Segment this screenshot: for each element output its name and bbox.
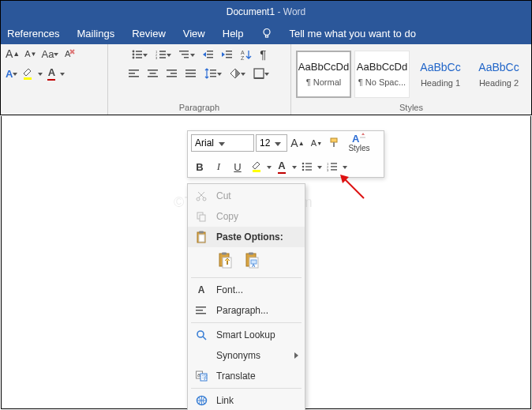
ctx-synonyms[interactable]: Synonyms (188, 345, 305, 366)
multilevel-list-button[interactable] (179, 48, 195, 60)
svg-rect-36 (185, 73, 196, 74)
tab-review[interactable]: Review (132, 28, 166, 39)
paste-keep-source-button[interactable] (216, 250, 235, 271)
svg-rect-12 (159, 54, 166, 55)
mini-numbering-dropdown[interactable] (343, 160, 347, 174)
mini-highlight-button[interactable] (248, 158, 265, 175)
tab-mailings[interactable]: Mailings (77, 28, 114, 39)
svg-rect-15 (179, 51, 189, 52)
svg-rect-20 (207, 57, 213, 58)
svg-rect-65 (199, 235, 204, 242)
svg-rect-14 (159, 57, 166, 58)
numbering-button[interactable]: 123 (155, 48, 171, 60)
svg-rect-56 (331, 166, 337, 167)
svg-rect-6 (136, 54, 142, 55)
scissors-icon (194, 189, 208, 203)
shrink-font-button[interactable]: A▼ (24, 49, 36, 58)
svg-rect-21 (226, 51, 232, 52)
svg-rect-46 (360, 137, 365, 138)
svg-rect-34 (167, 76, 177, 77)
svg-rect-31 (148, 76, 158, 77)
mini-font-select[interactable]: Arial (191, 134, 254, 152)
clipboard-icon (194, 230, 208, 244)
title-separator: - (275, 6, 283, 17)
paste-keep-text-button[interactable]: A (243, 250, 262, 271)
grow-font-button[interactable]: A▲ (6, 47, 20, 60)
svg-point-47 (302, 163, 305, 165)
svg-rect-28 (129, 76, 139, 77)
tab-view[interactable]: View (183, 28, 205, 39)
highlight-button[interactable] (22, 67, 33, 80)
svg-point-0 (264, 29, 270, 36)
ctx-cut[interactable]: Cut (188, 186, 305, 206)
ribbon-group-font: A▲ A▼ Aa A A A (1, 44, 108, 115)
tab-references[interactable]: References (7, 28, 59, 39)
mini-font-color-dropdown[interactable] (292, 160, 297, 174)
svg-rect-37 (185, 76, 196, 77)
justify-button[interactable] (185, 69, 197, 78)
shading-button[interactable] (230, 67, 245, 79)
svg-rect-75 (196, 307, 206, 308)
svg-text:a: a (197, 372, 200, 378)
sort-button[interactable]: AZ (241, 49, 252, 60)
increase-indent-button[interactable] (222, 50, 233, 59)
copy-icon (194, 209, 208, 224)
ctx-paragraph[interactable]: Paragraph... (188, 300, 305, 321)
ctx-separator-3 (191, 388, 302, 389)
highlight-dropdown[interactable] (38, 66, 43, 81)
styles-group-label: Styles (291, 100, 531, 115)
svg-rect-54 (331, 163, 337, 164)
tab-help[interactable]: Help (223, 28, 244, 39)
ctx-smart-lookup[interactable]: Smart Lookup (188, 325, 305, 345)
mini-bullets-dropdown[interactable] (317, 160, 322, 174)
paragraph-icon (194, 303, 208, 318)
ctx-link[interactable]: Link (188, 390, 305, 410)
mini-shrink-font-button[interactable]: A▼ (308, 134, 325, 152)
bullets-button[interactable] (132, 48, 148, 60)
align-left-button[interactable] (129, 69, 140, 78)
style-heading-1[interactable]: AaBbCc Heading 1 (413, 51, 468, 98)
svg-rect-29 (148, 70, 158, 71)
mini-italic-button[interactable]: I (210, 158, 227, 175)
svg-point-78 (197, 331, 204, 337)
ctx-copy[interactable]: Copy (188, 206, 305, 227)
mini-size-select[interactable]: 12 (256, 134, 287, 152)
mini-grow-font-button[interactable]: A▲ (289, 134, 306, 152)
align-right-button[interactable] (167, 69, 178, 78)
mini-bold-button[interactable]: B (191, 158, 208, 175)
link-icon (194, 393, 208, 408)
align-center-button[interactable] (148, 69, 159, 78)
line-spacing-button[interactable] (204, 67, 222, 79)
mini-styles-button[interactable]: A Styles (346, 133, 373, 153)
svg-rect-16 (182, 54, 189, 55)
svg-rect-10 (159, 51, 166, 52)
paragraph-group-label: Paragraph (108, 100, 290, 115)
svg-text:字: 字 (202, 374, 208, 380)
style-heading-2[interactable]: AaBbCc Heading 2 (471, 51, 526, 98)
change-case-button[interactable]: Aa (42, 48, 59, 60)
ctx-font[interactable]: A Font... (188, 280, 305, 300)
mini-underline-button[interactable]: U (229, 158, 246, 175)
ctx-paste-options-row: A (188, 247, 305, 276)
svg-point-60 (203, 197, 206, 201)
borders-button[interactable] (253, 67, 269, 79)
svg-text:A: A (352, 133, 360, 144)
search-icon (194, 328, 208, 342)
mini-font-color-button[interactable]: A (273, 158, 290, 175)
tell-me-search[interactable]: Tell me what you want to do (290, 28, 416, 39)
svg-rect-23 (226, 57, 232, 58)
ctx-translate[interactable]: a字 Translate (188, 366, 305, 386)
font-color-button[interactable]: A (47, 66, 55, 81)
svg-rect-1 (265, 36, 268, 38)
mini-format-painter-button[interactable] (327, 134, 344, 152)
text-effects-button[interactable]: A (6, 68, 17, 80)
show-hide-button[interactable]: ¶ (260, 47, 266, 61)
mini-highlight-dropdown[interactable] (267, 160, 272, 174)
style-no-spacing[interactable]: AaBbCcDd ¶ No Spac... (354, 51, 410, 98)
mini-numbering-button[interactable]: 123 (324, 158, 341, 175)
mini-bullets-button[interactable] (298, 158, 316, 175)
decrease-indent-button[interactable] (203, 50, 214, 59)
font-color-dropdown[interactable] (60, 66, 65, 81)
style-normal[interactable]: AaBbCcDd ¶ Normal (296, 51, 351, 98)
clear-formatting-button[interactable]: A (63, 47, 76, 60)
